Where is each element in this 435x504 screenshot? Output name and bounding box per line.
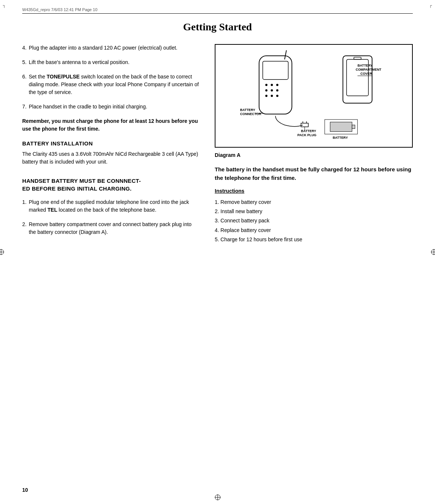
item-7-text: Place handset in the cradle to begin ini… (29, 103, 147, 111)
svg-text:BATTERY: BATTERY (333, 136, 348, 140)
svg-rect-20 (352, 125, 355, 129)
list-item: 5. Charge for 12 hours before first use (215, 235, 413, 244)
handset-item-1-num: 1. (22, 198, 27, 214)
list-item: 1. Remove battery cover (215, 198, 413, 207)
svg-text:COVER: COVER (361, 72, 372, 75)
svg-point-6 (271, 89, 273, 91)
svg-text:CONNECTOR: CONNECTOR (240, 112, 262, 116)
handset-item-1-text: Plug one end of the supplied modular tel… (29, 198, 200, 214)
battery-installation-text: The Clarity 435 uses a 3.6Volt 700mAhr N… (22, 150, 200, 166)
reg-mark-bottom (215, 494, 221, 500)
corner-mark-tl: ┐ (3, 3, 6, 7)
item-6-text: Set the TONE/PULSE switch located on the… (29, 73, 200, 96)
handset-item-2: 2. Remove battery compartment cover and … (22, 221, 200, 236)
diagram-svg: BATTERY CONNECTOR BATTERY PACK PLUG BATT… (219, 48, 408, 143)
list-item-5: 5. Lift the base's antenna to a vertical… (22, 58, 200, 66)
svg-text:BATTERY: BATTERY (358, 64, 373, 67)
handset-item-2-text: Remove battery compartment cover and con… (29, 221, 200, 236)
right-column: BATTERY CONNECTOR BATTERY PACK PLUG BATT… (215, 44, 413, 244)
svg-text:COMPARTMENT: COMPARTMENT (356, 68, 382, 71)
handset-item-2-num: 2. (22, 221, 27, 236)
svg-text:PACK PLUG: PACK PLUG (297, 133, 317, 137)
battery-installation-header: BATTERY INSTALLATION (22, 140, 200, 147)
list-item-6: 6. Set the TONE/PULSE switch located on … (22, 73, 200, 96)
reg-mark-left (0, 249, 4, 255)
item-4-num: 4. (22, 44, 27, 52)
svg-rect-17 (354, 57, 361, 60)
right-bold-text: The battery in the handset must be fully… (215, 165, 413, 182)
reg-mark-right (431, 249, 435, 255)
diagram-box: BATTERY CONNECTOR BATTERY PACK PLUG BATT… (215, 44, 413, 148)
page-header: W435Gd_repro 7/6/03 12:41 PM Page 10 (22, 7, 413, 14)
svg-point-5 (265, 89, 268, 91)
svg-point-8 (265, 95, 268, 97)
charge-warning: Remember, you must charge the phone for … (22, 117, 200, 133)
page-container: ┐ ┌ W435Gd_repro 7/6/03 12:41 PM Page 10… (0, 0, 435, 504)
item-4-text: Plug the adapter into a standard 120 AC … (29, 44, 178, 52)
svg-point-9 (271, 95, 273, 97)
svg-rect-1 (263, 61, 288, 79)
svg-point-4 (276, 84, 278, 86)
list-item-7: 7. Place handset in the cradle to begin … (22, 103, 200, 111)
list-item: 2. Install new battery (215, 207, 413, 216)
svg-rect-19 (330, 122, 352, 132)
instructions-list: 1. Remove battery cover 2. Install new b… (215, 198, 413, 244)
corner-mark-tr: ┌ (429, 3, 432, 7)
list-item: 3. Connect battery pack (215, 216, 413, 225)
two-column-layout: 4. Plug the adapter into a standard 120 … (22, 44, 413, 244)
diagram-caption: Diagram A (215, 152, 413, 158)
page-number: 10 (22, 487, 28, 493)
svg-text:BATTERY: BATTERY (301, 129, 316, 133)
svg-point-2 (265, 84, 268, 86)
instructions-header: Instructions (215, 188, 413, 194)
item-6-num: 6. (22, 73, 27, 96)
handset-item-1: 1. Plug one end of the supplied modular … (22, 198, 200, 214)
list-item: 4. Replace battery cover (215, 226, 413, 235)
left-column: 4. Plug the adapter into a standard 120 … (22, 44, 200, 243)
item-7-num: 7. (22, 103, 27, 111)
svg-point-3 (271, 84, 273, 86)
svg-line-11 (285, 50, 287, 60)
item-5-num: 5. (22, 58, 27, 66)
svg-rect-0 (259, 56, 292, 114)
svg-text:BATTERY: BATTERY (240, 108, 255, 112)
header-text: W435Gd_repro 7/6/03 12:41 PM Page 10 (22, 7, 97, 12)
handset-battery-header: HANDSET BATTERY MUST BE CONNNECT-ED BEFO… (22, 177, 200, 192)
svg-point-10 (276, 95, 278, 97)
svg-point-7 (276, 89, 278, 91)
page-title: Getting Started (22, 21, 413, 33)
item-5-text: Lift the base's antenna to a vertical po… (29, 58, 130, 66)
list-item-4: 4. Plug the adapter into a standard 120 … (22, 44, 200, 52)
